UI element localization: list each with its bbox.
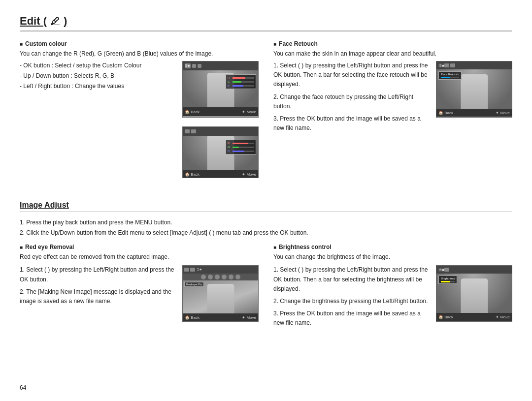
custom-colour-title: Custom colour <box>20 40 259 47</box>
title-text: Edit ( <box>20 15 47 28</box>
face-retouch-steps: 1. Select ( ) by pressing the Left/Right… <box>273 61 429 133</box>
custom-colour-section: Custom colour You can change the R (Red)… <box>20 40 259 191</box>
brightness-image: 5★ Brightness 🏠 Back ✦ Move <box>436 265 512 322</box>
custom-colour-image-1: 5★ R <box>182 61 259 118</box>
red-eye-steps: 1. Select ( ) by pressing the Left/Right… <box>20 265 175 306</box>
face-retouch-desc: You can make the skin in an image appear… <box>273 49 512 58</box>
red-eye-desc: Red eye effect can be removed from the c… <box>20 252 259 261</box>
edit-icon: 🖊 <box>51 16 60 27</box>
brightness-desc: You can change the brightness of the ima… <box>273 252 512 261</box>
custom-colour-image-2: R G B <box>182 126 259 178</box>
image-adjust-title: Image Adjust <box>20 201 512 212</box>
brightness-section: Brightness control You can change the br… <box>273 244 512 329</box>
face-retouch-image: 5★ Face Retouch 🏠 Back ✦ <box>436 61 512 118</box>
red-eye-image: 5★ Red-eye Fix 🏠 Back ✦ Mov <box>182 265 259 322</box>
image-adjust-steps: 1. Press the play back button and press … <box>20 218 512 238</box>
face-retouch-title: Face Retouch <box>273 40 512 47</box>
page-title: Edit ( 🖊 ) <box>20 15 512 31</box>
custom-colour-instructions: - OK button : Select / setup the Custom … <box>20 61 175 92</box>
brightness-title: Brightness control <box>273 244 512 250</box>
red-eye-title: Red eye Removal <box>20 244 259 250</box>
brightness-steps: 1. Select ( ) by pressing the Left/Right… <box>273 265 429 328</box>
red-eye-section: Red eye Removal Red eye effect can be re… <box>20 244 259 329</box>
face-retouch-section: Face Retouch You can make the skin in an… <box>273 40 512 191</box>
page-number: 64 <box>20 384 26 391</box>
title-suffix: ) <box>64 15 67 28</box>
custom-colour-desc: You can change the R (Red), G (Green) an… <box>20 49 259 58</box>
